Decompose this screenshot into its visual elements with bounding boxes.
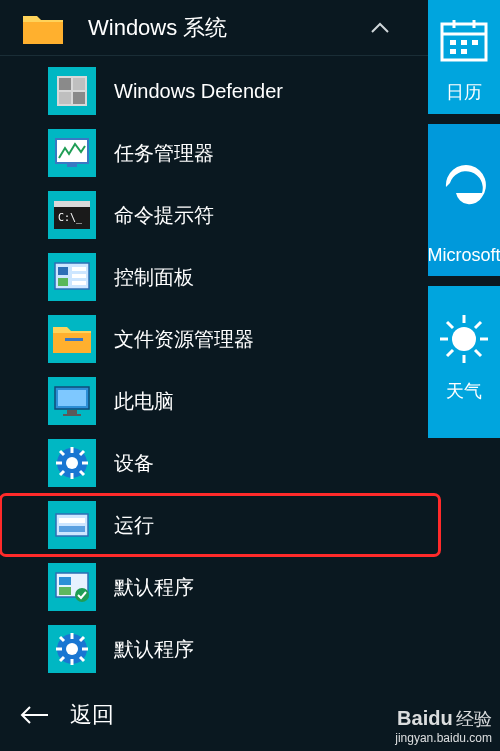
svg-rect-54 bbox=[450, 40, 456, 45]
svg-point-24 bbox=[66, 457, 78, 469]
cmd-icon: C:\_ bbox=[48, 191, 96, 239]
svg-rect-0 bbox=[23, 22, 63, 44]
app-label: Windows Defender bbox=[114, 80, 283, 103]
svg-point-59 bbox=[452, 327, 476, 351]
svg-rect-2 bbox=[59, 78, 71, 90]
sun-icon bbox=[436, 311, 492, 367]
svg-rect-57 bbox=[450, 49, 456, 54]
svg-line-66 bbox=[447, 350, 453, 356]
svg-rect-17 bbox=[53, 333, 91, 353]
svg-rect-14 bbox=[72, 267, 86, 271]
svg-rect-3 bbox=[73, 78, 85, 90]
tile-calendar[interactable]: 日历 bbox=[428, 0, 500, 114]
calendar-icon bbox=[428, 0, 500, 80]
svg-rect-16 bbox=[72, 281, 86, 285]
app-label: 任务管理器 bbox=[114, 140, 214, 167]
start-menu: Windows 系统 Windows Defender 任务管理器 C:\_ 命… bbox=[0, 0, 430, 751]
svg-rect-33 bbox=[56, 514, 88, 536]
svg-rect-38 bbox=[59, 587, 71, 595]
app-item-windows-defender[interactable]: Windows Defender bbox=[0, 60, 430, 122]
app-label: 设备 bbox=[114, 450, 154, 477]
tile-label: 天气 bbox=[446, 379, 482, 403]
app-label: 文件资源管理器 bbox=[114, 326, 254, 353]
file-explorer-icon bbox=[48, 315, 96, 363]
svg-point-39 bbox=[75, 588, 89, 602]
svg-rect-15 bbox=[72, 274, 86, 278]
app-item-default-programs-1[interactable]: 默认程序 bbox=[0, 556, 430, 618]
defender-icon bbox=[48, 67, 96, 115]
svg-rect-12 bbox=[58, 267, 68, 275]
run-icon bbox=[48, 501, 96, 549]
svg-rect-37 bbox=[59, 577, 71, 585]
svg-rect-21 bbox=[67, 410, 77, 414]
app-list: Windows Defender 任务管理器 C:\_ 命令提示符 控制面板 文… bbox=[0, 56, 430, 680]
app-item-command-prompt[interactable]: C:\_ 命令提示符 bbox=[0, 184, 430, 246]
chevron-up-icon bbox=[370, 22, 390, 34]
svg-rect-35 bbox=[59, 526, 85, 532]
svg-rect-13 bbox=[58, 278, 68, 286]
app-item-run[interactable]: 运行 bbox=[0, 494, 440, 556]
default-programs-icon bbox=[48, 625, 96, 673]
live-tiles: 日历 Microsoft 天气 bbox=[428, 0, 500, 751]
watermark-cn: 经验 bbox=[456, 709, 492, 729]
folder-header-windows-system[interactable]: Windows 系统 bbox=[0, 0, 430, 56]
svg-line-64 bbox=[447, 322, 453, 328]
svg-rect-34 bbox=[59, 518, 85, 523]
svg-rect-7 bbox=[67, 164, 77, 167]
app-label: 此电脑 bbox=[114, 388, 174, 415]
tile-edge[interactable]: Microsoft bbox=[428, 124, 500, 276]
app-item-this-pc[interactable]: 此电脑 bbox=[0, 370, 430, 432]
default-programs-icon bbox=[48, 563, 96, 611]
svg-rect-9 bbox=[54, 201, 90, 207]
watermark-brand: Baidu bbox=[397, 707, 453, 729]
control-panel-icon bbox=[48, 253, 96, 301]
back-button[interactable]: 返回 bbox=[0, 687, 300, 743]
app-label: 控制面板 bbox=[114, 264, 194, 291]
back-label: 返回 bbox=[70, 700, 114, 730]
task-manager-icon bbox=[48, 129, 96, 177]
svg-rect-6 bbox=[56, 139, 88, 163]
app-label: 默认程序 bbox=[114, 636, 194, 663]
svg-rect-5 bbox=[73, 92, 85, 104]
folder-icon bbox=[22, 10, 64, 46]
svg-rect-58 bbox=[461, 49, 467, 54]
app-item-file-explorer[interactable]: 文件资源管理器 bbox=[0, 308, 430, 370]
watermark: Baidu 经验 jingyan.baidu.com bbox=[395, 706, 492, 745]
watermark-url: jingyan.baidu.com bbox=[395, 731, 492, 745]
this-pc-icon bbox=[48, 377, 96, 425]
tile-weather[interactable]: 天气 bbox=[428, 286, 500, 438]
svg-rect-22 bbox=[63, 414, 81, 416]
tile-label: 日历 bbox=[446, 80, 482, 104]
svg-line-67 bbox=[475, 322, 481, 328]
app-label: 命令提示符 bbox=[114, 202, 214, 229]
svg-line-65 bbox=[475, 350, 481, 356]
svg-rect-18 bbox=[65, 338, 83, 341]
svg-rect-55 bbox=[461, 40, 467, 45]
svg-rect-56 bbox=[472, 40, 478, 45]
app-item-default-programs-2[interactable]: 默认程序 bbox=[0, 618, 430, 680]
app-item-task-manager[interactable]: 任务管理器 bbox=[0, 122, 430, 184]
devices-icon bbox=[48, 439, 96, 487]
svg-text:C:\_: C:\_ bbox=[58, 212, 83, 224]
svg-point-41 bbox=[66, 643, 78, 655]
app-label: 默认程序 bbox=[114, 574, 194, 601]
app-item-control-panel[interactable]: 控制面板 bbox=[0, 246, 430, 308]
edge-icon bbox=[428, 124, 500, 245]
folder-title: Windows 系统 bbox=[88, 13, 227, 43]
app-label: 运行 bbox=[114, 512, 154, 539]
arrow-left-icon bbox=[20, 706, 48, 724]
svg-rect-20 bbox=[58, 390, 86, 406]
svg-rect-4 bbox=[59, 92, 71, 104]
app-item-devices[interactable]: 设备 bbox=[0, 432, 430, 494]
tile-label: Microsoft bbox=[428, 245, 501, 266]
